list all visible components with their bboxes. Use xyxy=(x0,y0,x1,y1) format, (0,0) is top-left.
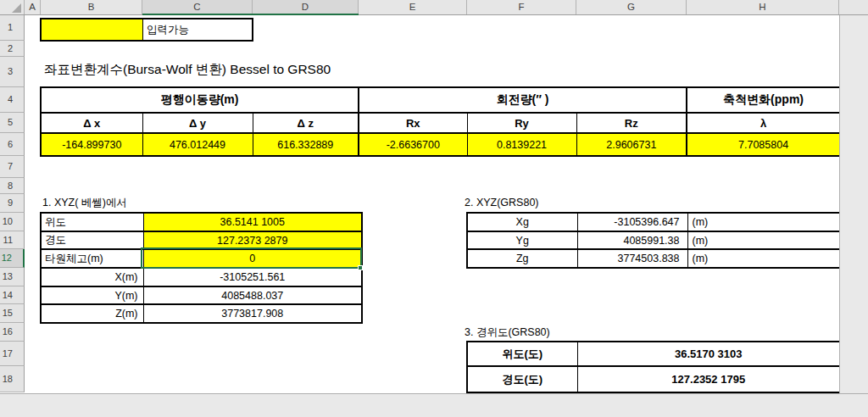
cell-lat-label[interactable]: 위도 xyxy=(41,213,143,231)
cell-dx-value[interactable]: -164.899730 xyxy=(41,133,142,156)
cell-xg-value[interactable]: -3105396.647 xyxy=(577,213,687,231)
cell-lat-deg-value[interactable]: 36.5170 3103 xyxy=(577,342,840,366)
section2-table: Xg -3105396.647 (m) Yg 4085991.38 (m) Zg… xyxy=(466,212,841,269)
col-header-dz[interactable]: Δ z xyxy=(253,113,359,133)
selected-columns-underline xyxy=(142,14,359,15)
cell-zg-unit[interactable]: (m) xyxy=(687,249,840,268)
cell-x-label[interactable]: X(m) xyxy=(41,268,143,286)
sheet-bottom-margin xyxy=(0,393,868,417)
transformation-params-table: 평행이동량(m) 회전량(″ ) 축척변화(ppm) Δ x Δ y Δ z R… xyxy=(40,86,841,157)
page-title[interactable]: 좌표변환계수(Bursa-Wolf 변환) Bessel to GRS80 xyxy=(44,61,331,79)
row-header-1[interactable]: 1 xyxy=(0,15,25,41)
row-header-13[interactable]: 13 xyxy=(0,268,25,286)
row-header-4[interactable]: 4 xyxy=(0,87,25,113)
cell-xg-unit[interactable]: (m) xyxy=(687,213,840,231)
fill-handle[interactable] xyxy=(358,265,363,270)
column-header-c[interactable]: C xyxy=(142,0,253,14)
column-header-h[interactable]: H xyxy=(687,0,839,14)
cell-xg-label[interactable]: Xg xyxy=(467,213,577,231)
col-header-rx[interactable]: Rx xyxy=(359,113,467,133)
row-header-3[interactable]: 3 xyxy=(0,57,25,87)
cell-yg-label[interactable]: Yg xyxy=(467,231,577,249)
cell-lon-deg-label[interactable]: 경도(도) xyxy=(467,366,577,392)
section1-title[interactable]: 1. XYZ( 베쎌)에서 xyxy=(42,196,127,210)
row-header-8[interactable]: 8 xyxy=(0,178,25,194)
row-header-10[interactable]: 10 xyxy=(0,213,25,231)
cell-lon-value[interactable]: 127.2373 2879 xyxy=(143,231,362,249)
cell-y-value[interactable]: 4085488.037 xyxy=(143,286,362,304)
cell-lat-deg-label[interactable]: 위도(도) xyxy=(467,342,577,366)
column-header-d[interactable]: D xyxy=(253,0,359,14)
group-header-scale[interactable]: 축척변화(ppm) xyxy=(687,87,840,113)
row-header-16[interactable]: 16 xyxy=(0,323,25,342)
column-header-b[interactable]: B xyxy=(41,0,142,14)
cell-dz-value[interactable]: 616.332889 xyxy=(253,133,359,156)
section3-title[interactable]: 3. 경위도(GRS80) xyxy=(465,325,550,340)
excel-worksheet: A B C D E F G H 1 2 3 4 5 6 7 8 9 10 11 … xyxy=(0,0,868,417)
cell-yg-unit[interactable]: (m) xyxy=(687,231,840,249)
row-header-15[interactable]: 15 xyxy=(0,304,25,323)
cell-x-value[interactable]: -3105251.561 xyxy=(143,268,362,286)
column-header-f[interactable]: F xyxy=(467,0,576,14)
legend-box: 입력가능 xyxy=(40,18,253,42)
select-all-corner[interactable] xyxy=(0,0,25,14)
row-header-9[interactable]: 9 xyxy=(0,194,25,213)
row-header-6[interactable]: 6 xyxy=(0,133,25,156)
cell-ellheight-value[interactable]: 0 xyxy=(143,249,362,268)
cell-ellheight-label[interactable]: 타원체고(m) xyxy=(41,249,143,268)
row-header-14[interactable]: 14 xyxy=(0,286,25,304)
row-header-18[interactable]: 18 xyxy=(0,366,25,392)
row-header-7[interactable]: 7 xyxy=(0,156,25,178)
legend-label[interactable]: 입력가능 xyxy=(143,19,252,40)
cell-lat-value[interactable]: 36.5141 1005 xyxy=(143,213,362,231)
cell-ry-value[interactable]: 0.8139221 xyxy=(467,133,576,156)
row-header-17[interactable]: 17 xyxy=(0,342,25,366)
col-header-ry[interactable]: Ry xyxy=(467,113,576,133)
col-header-dy[interactable]: Δ y xyxy=(142,113,253,133)
cell-z-label[interactable]: Z(m) xyxy=(41,304,143,323)
cell-zg-label[interactable]: Zg xyxy=(467,249,577,268)
group-header-translation[interactable]: 평행이동량(m) xyxy=(41,87,359,113)
section2-title[interactable]: 2. XYZ(GRS80) xyxy=(465,197,539,208)
cell-yg-value[interactable]: 4085991.38 xyxy=(577,231,687,249)
col-header-dx[interactable]: Δ x xyxy=(41,113,142,133)
column-header-g[interactable]: G xyxy=(576,0,687,14)
row-header-12[interactable]: 12 xyxy=(0,249,25,268)
legend-input-color-swatch[interactable] xyxy=(42,19,143,40)
cell-zg-value[interactable]: 3774503.838 xyxy=(577,249,687,268)
cell-rx-value[interactable]: -2.6636700 xyxy=(359,133,467,156)
cell-z-value[interactable]: 3773817.908 xyxy=(143,304,362,323)
section3-table: 위도(도) 36.5170 3103 경도(도) 127.2352 1795 xyxy=(466,341,841,393)
section1-table: 위도 36.5141 1005 경도 127.2373 2879 타원체고(m)… xyxy=(40,212,363,324)
sheet-right-margin xyxy=(839,15,868,393)
cell-lon-label[interactable]: 경도 xyxy=(41,231,143,249)
cell-lambda-value[interactable]: 7.7085804 xyxy=(687,133,840,156)
column-header-band: A B C D E F G H xyxy=(0,0,868,15)
row-header-11[interactable]: 11 xyxy=(0,231,25,249)
cell-rz-value[interactable]: 2.9606731 xyxy=(576,133,687,156)
cell-y-label[interactable]: Y(m) xyxy=(41,286,143,304)
col-header-lambda[interactable]: λ xyxy=(687,113,840,133)
cell-lon-deg-value[interactable]: 127.2352 1795 xyxy=(577,366,840,392)
column-header-e[interactable]: E xyxy=(359,0,467,14)
cell-dy-value[interactable]: 476.012449 xyxy=(142,133,253,156)
select-all-icon xyxy=(12,3,21,13)
column-header-a[interactable]: A xyxy=(25,0,41,14)
group-header-rotation[interactable]: 회전량(″ ) xyxy=(359,87,687,113)
row-header-5[interactable]: 5 xyxy=(0,113,25,133)
row-header-2[interactable]: 2 xyxy=(0,41,25,57)
col-header-rz[interactable]: Rz xyxy=(576,113,687,133)
